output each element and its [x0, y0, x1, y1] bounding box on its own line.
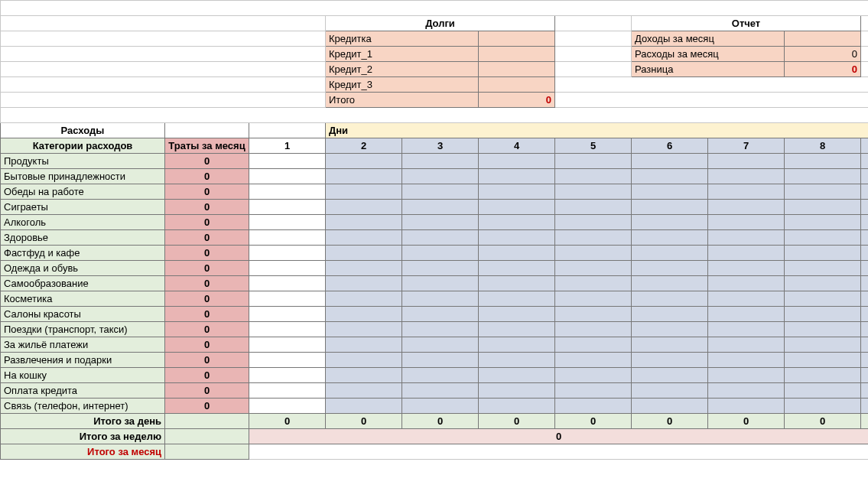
day-cell[interactable]	[708, 184, 785, 200]
day-cell[interactable]	[785, 184, 861, 200]
day-cell[interactable]	[785, 169, 861, 184]
day-cell[interactable]	[402, 215, 479, 230]
day-cell[interactable]	[249, 184, 326, 200]
report-row-value[interactable]: 0	[785, 47, 861, 62]
spreadsheet[interactable]: Долги Отчет Кредитка Доходы за месяц Кре…	[0, 0, 868, 460]
month-total-cell[interactable]: 0	[165, 230, 249, 246]
debts-row-value[interactable]	[479, 47, 555, 62]
day-cell[interactable]	[402, 368, 479, 383]
day-cell[interactable]	[402, 353, 479, 368]
day-cell[interactable]	[555, 169, 632, 184]
day-cell[interactable]	[479, 215, 555, 230]
report-row-value[interactable]	[785, 31, 861, 47]
day-cell[interactable]	[708, 169, 785, 184]
debts-total-value[interactable]: 0	[479, 93, 555, 108]
day-cell[interactable]	[785, 337, 861, 353]
day-cell[interactable]	[632, 184, 708, 200]
day-cell[interactable]	[632, 261, 708, 276]
day-cell[interactable]	[249, 276, 326, 291]
day-cell[interactable]	[632, 276, 708, 291]
day-cell[interactable]	[326, 291, 402, 307]
day-cell[interactable]	[632, 230, 708, 246]
day-cell[interactable]	[479, 169, 555, 184]
day-cell[interactable]	[479, 291, 555, 307]
category-label[interactable]: Развлечения и подарки	[1, 353, 165, 368]
report-title[interactable]: Отчет	[632, 16, 861, 31]
day-cell[interactable]	[402, 337, 479, 353]
day-cell[interactable]	[402, 383, 479, 399]
day-cell[interactable]	[402, 200, 479, 215]
category-label[interactable]: Поездки (транспорт, такси)	[1, 322, 165, 337]
day-cell[interactable]	[861, 383, 869, 399]
day-cell[interactable]	[326, 368, 402, 383]
month-total-cell[interactable]: 0	[165, 322, 249, 337]
debts-title[interactable]: Долги	[326, 16, 555, 31]
day-header[interactable]: 8	[785, 138, 861, 154]
day-cell[interactable]	[249, 383, 326, 399]
debts-row-value[interactable]	[479, 77, 555, 93]
day-cell[interactable]	[479, 399, 555, 414]
week-total[interactable]: 0	[249, 429, 869, 444]
day-cell[interactable]	[861, 368, 869, 383]
category-label[interactable]: Алкоголь	[1, 215, 165, 230]
day-cell[interactable]	[785, 276, 861, 291]
day-cell[interactable]	[861, 399, 869, 414]
day-cell[interactable]	[326, 307, 402, 322]
day-cell[interactable]	[708, 368, 785, 383]
day-cell[interactable]	[326, 399, 402, 414]
day-cell[interactable]	[555, 383, 632, 399]
day-cell[interactable]	[632, 383, 708, 399]
day-cell[interactable]	[785, 261, 861, 276]
day-cell[interactable]	[632, 246, 708, 261]
day-cell[interactable]	[632, 154, 708, 169]
day-cell[interactable]	[326, 215, 402, 230]
debts-row-label[interactable]: Кредит_3	[326, 77, 479, 93]
day-cell[interactable]	[402, 399, 479, 414]
month-total-label[interactable]: Итого за месяц	[1, 444, 165, 460]
day-cell[interactable]	[785, 399, 861, 414]
category-label[interactable]: Здоровье	[1, 230, 165, 246]
report-row-label[interactable]: Разница	[632, 62, 785, 77]
month-total-cell[interactable]: 0	[165, 215, 249, 230]
month-total-cell[interactable]: 0	[165, 291, 249, 307]
day-cell[interactable]	[632, 337, 708, 353]
category-label[interactable]: Обеды на работе	[1, 184, 165, 200]
day-header[interactable]: 2	[326, 138, 402, 154]
day-cell[interactable]	[861, 230, 869, 246]
day-cell[interactable]	[708, 337, 785, 353]
day-cell[interactable]	[402, 246, 479, 261]
day-cell[interactable]	[249, 307, 326, 322]
day-cell[interactable]	[249, 368, 326, 383]
day-cell[interactable]	[326, 322, 402, 337]
day-cell[interactable]	[632, 368, 708, 383]
day-total[interactable]: 0	[632, 414, 708, 429]
day-header[interactable]: 5	[555, 138, 632, 154]
category-label[interactable]: Продукты	[1, 154, 165, 169]
day-cell[interactable]	[861, 184, 869, 200]
debts-row-value[interactable]	[479, 31, 555, 47]
day-cell[interactable]	[861, 169, 869, 184]
day-cell[interactable]	[708, 353, 785, 368]
day-cell[interactable]	[632, 169, 708, 184]
category-label[interactable]: Одежда и обувь	[1, 261, 165, 276]
day-cell[interactable]	[785, 154, 861, 169]
day-cell[interactable]	[555, 184, 632, 200]
day-cell[interactable]	[326, 261, 402, 276]
day-cell[interactable]	[479, 246, 555, 261]
debts-row-label[interactable]: Кредит_1	[326, 47, 479, 62]
day-cell[interactable]	[555, 276, 632, 291]
day-cell[interactable]	[708, 200, 785, 215]
day-cell[interactable]	[249, 154, 326, 169]
month-total-cell[interactable]: 0	[165, 337, 249, 353]
day-cell[interactable]	[555, 246, 632, 261]
day-cell[interactable]	[632, 307, 708, 322]
month-total-cell[interactable]: 0	[165, 154, 249, 169]
day-cell[interactable]	[555, 291, 632, 307]
day-cell[interactable]	[861, 353, 869, 368]
day-total[interactable]: 0	[708, 414, 785, 429]
day-total[interactable]: 0	[249, 414, 326, 429]
day-cell[interactable]	[402, 169, 479, 184]
day-cell[interactable]	[785, 215, 861, 230]
category-label[interactable]: Бытовые принадлежности	[1, 169, 165, 184]
month-total-cell[interactable]: 0	[165, 184, 249, 200]
